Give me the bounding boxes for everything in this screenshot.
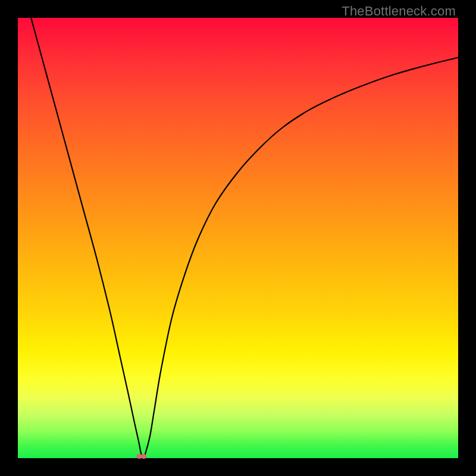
watermark-text: TheBottleneck.com <box>342 4 456 19</box>
plot-area <box>18 18 458 458</box>
chart-frame: TheBottleneck.com <box>0 0 476 476</box>
min-marker-2 <box>141 454 147 459</box>
bottleneck-curve <box>31 18 458 457</box>
curve-layer <box>18 18 458 458</box>
